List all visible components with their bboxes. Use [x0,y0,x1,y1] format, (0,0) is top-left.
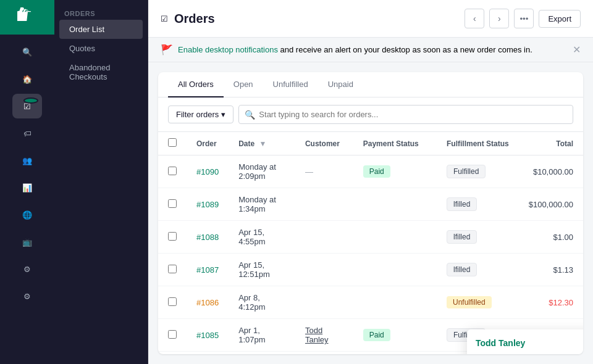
sidebar-item-settings[interactable]: ⚙ [12,257,42,281]
page-header: ☑ Orders ‹ › ••• Export [148,0,593,38]
col-fulfillment: Fulfillment Status [437,132,519,155]
tooltip-customer-name[interactable]: Todd Tanley [476,338,583,348]
date-cell: Apr 8, 4:12pm [229,286,295,319]
tabs: All Orders Open Unfulfilled Unpaid [158,72,583,97]
main-content: ☑ Orders ‹ › ••• Export 🚩 Enable desktop… [148,0,593,364]
sidebar-item-analytics[interactable]: 📊 [12,175,42,200]
left-nav-header: ORDERS [54,5,148,20]
sidebar-logo [0,0,54,35]
row-checkbox[interactable] [168,330,177,339]
order-link[interactable]: #1085 [196,331,219,340]
customer-cell [295,286,353,319]
col-total: Total [519,132,583,155]
notification-close-button[interactable]: ✕ [573,44,581,56]
left-nav-item-quotes[interactable]: Quotes [59,39,143,58]
order-id-cell: #1090 [187,155,229,188]
search-icon: 🔍 [22,48,32,57]
sidebar-item-channels[interactable]: 📺 [12,230,42,254]
sidebar-item-settings2[interactable]: ⚙ [12,284,42,308]
row-checkbox[interactable] [168,199,177,208]
table-row: #1087 Apr 15, 12:51pm lfilled $1.13 [158,254,583,286]
left-nav: ORDERS Order List Quotes Abandoned Check… [54,0,148,364]
prev-button[interactable]: ‹ [465,9,484,28]
customer-dash: — [305,167,313,176]
tab-open[interactable]: Open [224,72,263,97]
header-actions: ‹ › ••• Export [465,9,581,28]
tab-unfulfilled[interactable]: Unfulfilled [263,72,318,97]
analytics-icon: 📊 [22,183,32,192]
fulfillment-badge: lfilled [447,230,477,244]
sidebar-item-globe[interactable]: 🌐 [12,202,42,227]
search-icon: 🔍 [245,110,255,120]
row-checkbox[interactable] [168,265,177,273]
more-button[interactable]: ••• [514,9,534,28]
col-customer: Customer [295,132,353,155]
notification-link[interactable]: Enable desktop notifications [178,45,278,54]
order-link[interactable]: #1086 [196,298,219,307]
row-checkbox[interactable] [168,232,177,241]
row-checkbox-cell [158,155,187,188]
fulfillment-badge: Unfulfilled [447,296,492,308]
order-link[interactable]: #1088 [196,233,219,242]
total-cell: $12.30 [519,286,583,319]
settings-icon: ⚙ [23,265,31,274]
sidebar-item-home[interactable]: 🏠 [12,67,42,91]
orders-table: Order Date ▼ Customer Payment Status Ful… [158,132,583,354]
search-input[interactable] [238,105,573,124]
col-checkbox [158,132,187,155]
row-checkbox[interactable] [168,297,177,306]
tab-all-orders[interactable]: All Orders [168,72,224,97]
order-id-cell: #1089 [187,188,229,221]
date-cell: Apr 1, 1:07pm [229,319,295,352]
page-title-area: ☑ Orders [161,12,215,26]
fulfillment-badge: lfilled [447,197,477,211]
tab-unpaid[interactable]: Unpaid [318,72,363,97]
home-icon: 🏠 [22,75,32,84]
table-body: #1090 Monday at 2:09pm — Paid Fulfilled … [158,155,583,355]
filter-button[interactable]: Filter orders ▾ [168,105,233,123]
date-cell: Monday at 2:09pm [229,155,295,188]
fulfillment-badge: Fulfilled [447,165,486,178]
fulfillment-cell: Unfulfilled [437,286,519,319]
row-checkbox[interactable] [168,167,177,175]
customer-name: Todd Tanley [305,326,329,344]
left-nav-item-order-list[interactable]: Order List [59,20,143,39]
table-row: #1086 Apr 8, 4:12pm Unfulfilled $12.30 [158,286,583,319]
search-container: 🔍 [238,105,573,124]
order-link[interactable]: #1087 [196,265,219,275]
next-button[interactable]: › [489,9,509,28]
table-row: #1089 Monday at 1:34pm lfilled $100,000.… [158,188,583,221]
sidebar-item-search[interactable]: 🔍 [12,39,42,64]
orders-table-container: Order Date ▼ Customer Payment Status Ful… [158,132,583,354]
order-link[interactable]: #1089 [196,200,219,209]
sidebar-item-orders[interactable]: ☑ [12,94,42,118]
payment-cell: Partially Refunded [353,352,437,355]
order-link[interactable]: #1090 [196,167,219,176]
total-cell: $100,000.00 [519,188,583,221]
notification-bar: 🚩 Enable desktop notifications and recei… [148,38,593,62]
customer-cell: Todd Tanley [295,319,353,352]
notification-flag-icon: 🚩 [161,44,173,56]
sidebar-item-customers[interactable]: 👥 [12,148,42,173]
row-checkbox-cell [158,254,187,286]
fulfillment-cell: lfilled [437,188,519,221]
shopify-logo-icon [17,7,37,27]
table-row: #1090 Monday at 2:09pm — Paid Fulfilled … [158,155,583,188]
sidebar-item-tags[interactable]: 🏷 [12,121,42,146]
total-cell: $1.00 [519,221,583,254]
fulfillment-cell: lfilled [437,221,519,254]
tags-icon: 🏷 [23,129,32,138]
col-date: Date ▼ [229,132,295,155]
payment-cell: Paid [353,319,437,352]
export-button[interactable]: Export [539,10,581,28]
left-nav-item-abandoned[interactable]: Abandoned Checkouts [59,58,143,86]
fulfillment-cell: Fulfilled [437,155,519,188]
sidebar-navigation: 🔍 🏠 ☑ 🏷 👥 📊 🌐 📺 ⚙ ⚙ [0,39,54,308]
customer-cell [295,254,353,286]
select-all-checkbox[interactable] [168,138,177,147]
left-nav-section: ORDERS Order List Quotes Abandoned Check… [54,0,148,91]
globe-icon: 🌐 [22,210,32,220]
order-id-cell: #1085 [187,319,229,352]
filter-label: Filter orders [176,110,219,119]
fulfillment-cell: lfilled [437,254,519,286]
